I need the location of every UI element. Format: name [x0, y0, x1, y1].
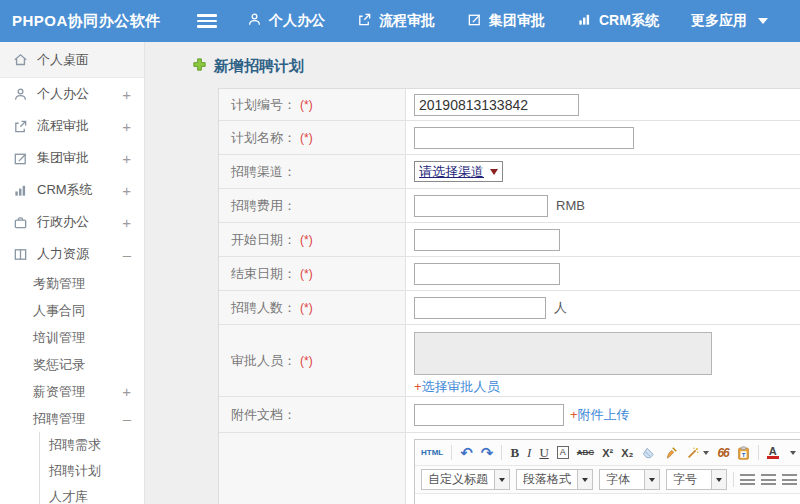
plan-number-input[interactable] [414, 94, 579, 116]
html-source-button[interactable]: HTML [421, 448, 443, 457]
eraser-icon[interactable] [641, 446, 656, 459]
menu-toggle-button[interactable] [197, 11, 217, 31]
redo-icon[interactable]: ↷ [481, 444, 494, 462]
topnav-label: 集团审批 [489, 12, 545, 30]
topnav-more-apps[interactable]: 更多应用 [691, 12, 768, 30]
topnav-personal-office[interactable]: 个人办公 [247, 12, 325, 30]
sidebar-item-personal-office[interactable]: 个人办公 + [0, 78, 144, 110]
sidebar-item-rewards[interactable]: 奖惩记录 [0, 351, 144, 378]
topnav-workflow-approval[interactable]: 流程审批 [357, 12, 435, 30]
align-left-icon[interactable] [740, 474, 755, 485]
caret-down-icon [711, 470, 726, 489]
form-row-end-date: 结束日期： (*) [219, 257, 800, 291]
sidebar: 个人桌面 个人办公 + 流程审批 + 集团审批 + [0, 42, 145, 504]
sidebar-item-recruit-plan[interactable]: 招聘计划 [40, 458, 144, 484]
field-label: 招聘渠道： [231, 163, 296, 181]
topnav-group-approval[interactable]: 集团审批 [467, 12, 545, 30]
subscript-button[interactable]: X₂ [621, 447, 633, 459]
sidebar-item-recruit-demand[interactable]: 招聘需求 [40, 432, 144, 458]
paste-text-icon[interactable]: T [737, 446, 750, 460]
autoformat-wand-icon[interactable] [686, 446, 709, 460]
main-content: 新增招聘计划 计划编号： (*) 计划名称： (*) [145, 42, 800, 504]
blockquote-button[interactable]: 66 [717, 446, 728, 460]
sidebar-item-group-approval[interactable]: 集团审批 + [0, 142, 144, 174]
sidebar-item-recruit-mgmt[interactable]: 招聘管理 – [0, 405, 144, 432]
home-icon [13, 52, 28, 67]
caret-down-icon [790, 451, 796, 455]
align-right-icon[interactable] [782, 474, 797, 485]
required-marker: (*) [300, 131, 313, 145]
channel-select[interactable]: 请选择渠道 [414, 161, 503, 182]
book-icon [13, 247, 28, 262]
topnav-label: 更多应用 [691, 12, 747, 30]
paragraph-format-dropdown[interactable]: 段落格式 [516, 469, 593, 490]
form-row-approvers: 审批人员： (*) +选择审批人员 [219, 325, 800, 397]
format-brush-icon[interactable] [664, 446, 678, 460]
sidebar-item-admin-office[interactable]: 行政办公 + [0, 206, 144, 238]
cost-input[interactable] [414, 195, 548, 217]
channel-select-value: 请选择渠道 [419, 163, 484, 181]
flow-icon [13, 119, 28, 134]
chart-icon [13, 183, 28, 198]
field-label: 附件文档： [231, 406, 296, 424]
underline-button[interactable]: U [539, 445, 548, 461]
field-label: 计划名称： [231, 129, 296, 147]
attachment-input[interactable] [414, 404, 564, 426]
border-text-button[interactable]: A [557, 446, 569, 459]
recruit-plan-form: 计划编号： (*) 计划名称： (*) 招聘渠道： [218, 88, 800, 504]
sidebar-item-hr-contract[interactable]: 人事合同 [0, 297, 144, 324]
caret-down-icon [644, 470, 659, 489]
person-icon [13, 87, 28, 102]
sidebar-item-attendance[interactable]: 考勤管理 [0, 270, 144, 297]
form-row-channel: 招聘渠道： 请选择渠道 [219, 155, 800, 189]
sidebar-item-crm[interactable]: CRM系统 + [0, 174, 144, 206]
plus-icon: + [570, 407, 578, 422]
select-approvers-link[interactable]: +选择审批人员 [414, 378, 500, 396]
expand-icon: + [122, 182, 131, 199]
font-family-dropdown[interactable]: 字体 [599, 469, 660, 490]
bold-button[interactable]: B [510, 445, 519, 461]
plus-icon: + [414, 379, 422, 394]
sidebar-item-hr[interactable]: 人力资源 – [0, 238, 144, 270]
required-marker: (*) [300, 233, 313, 247]
field-label: 招聘费用： [231, 197, 296, 215]
italic-button[interactable]: I [527, 445, 531, 461]
caret-down-icon [494, 470, 509, 489]
headcount-input[interactable] [414, 297, 546, 319]
expand-icon: + [122, 383, 131, 400]
topnav-crm-system[interactable]: CRM系统 [577, 12, 659, 30]
field-label: 结束日期： [231, 265, 296, 283]
start-date-input[interactable] [414, 229, 560, 251]
attachment-upload-link[interactable]: +附件上传 [570, 406, 630, 424]
custom-heading-dropdown[interactable]: 自定义标题 [421, 469, 510, 490]
plan-name-input[interactable] [414, 127, 634, 149]
sidebar-item-workflow-approval[interactable]: 流程审批 + [0, 110, 144, 142]
form-row-start-date: 开始日期： (*) [219, 223, 800, 257]
sidebar-item-salary[interactable]: 薪资管理 + [0, 378, 144, 405]
sidebar-item-talent-pool[interactable]: 人才库 [40, 484, 144, 504]
approvers-textarea[interactable] [414, 332, 712, 375]
end-date-input[interactable] [414, 263, 560, 285]
align-center-icon[interactable] [761, 474, 776, 485]
cost-unit: RMB [556, 198, 585, 213]
app-logo: PHPOA协同办公软件 [0, 12, 150, 31]
required-marker: (*) [300, 98, 313, 112]
superscript-button[interactable]: X² [602, 447, 613, 459]
editor-content[interactable] [415, 494, 800, 504]
sidebar-item-training[interactable]: 培训管理 [0, 324, 144, 351]
font-color-button[interactable]: A [767, 446, 779, 459]
editor-toolbar-row2: 自定义标题 段落格式 字体 [415, 466, 800, 494]
form-row-content-editor: HTML ↶ ↷ B I U A ABC X² X₂ [219, 433, 800, 504]
topnav-label: 流程审批 [379, 12, 435, 30]
headcount-unit: 人 [554, 299, 567, 317]
caret-down-icon [490, 169, 498, 175]
font-size-dropdown[interactable]: 字号 [666, 469, 727, 490]
expand-icon: + [122, 86, 131, 103]
field-label: 计划编号： [231, 96, 296, 114]
sidebar-item-desktop[interactable]: 个人桌面 [0, 42, 144, 78]
strikethrough-button[interactable]: ABC [577, 448, 594, 457]
undo-icon[interactable]: ↶ [460, 444, 473, 462]
form-row-plan-name: 计划名称： (*) [219, 121, 800, 155]
svg-text:T: T [741, 450, 745, 457]
hamburger-icon [197, 14, 217, 17]
